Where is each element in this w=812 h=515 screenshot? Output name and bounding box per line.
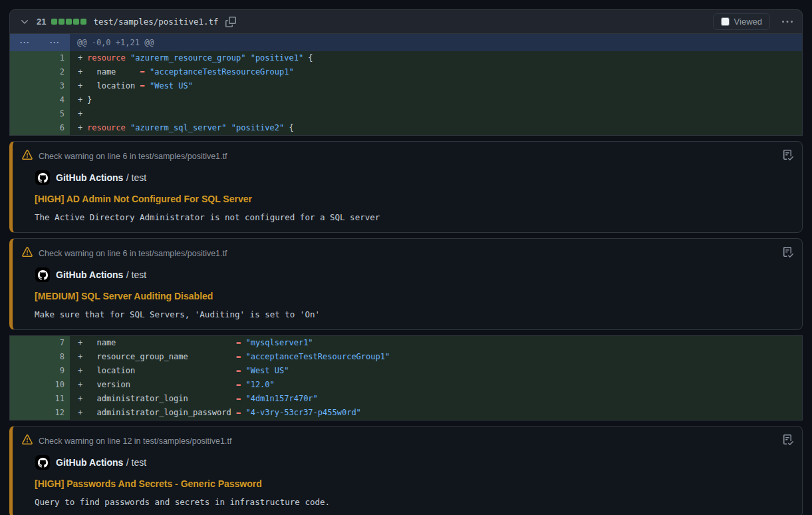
diff-line: 2 + name = "acceptanceTestResourceGroup1… — [10, 65, 802, 79]
old-line-number-cell[interactable] — [10, 107, 40, 121]
code-content: name = "mysqlserver1" — [87, 338, 313, 347]
diff-line: 11 + administrator_login = "4dm1n157r470… — [10, 392, 802, 406]
alert-triangle-icon — [22, 434, 33, 448]
new-line-number[interactable]: 4 — [40, 93, 70, 107]
file-name-link[interactable]: test/samples/positive1.tf — [93, 17, 218, 27]
changed-lines-count: 21 — [37, 17, 46, 27]
annotation-message: The Active Directory Administrator is no… — [35, 212, 791, 222]
old-line-number-cell[interactable] — [10, 51, 40, 65]
expand-diff-button[interactable]: ··· — [10, 34, 40, 51]
code-token — [245, 53, 250, 63]
annotation-app-row: GitHub Actions / test — [35, 267, 791, 282]
diffstat-square — [66, 19, 72, 25]
code-cell: + location = "West US" — [70, 79, 802, 93]
old-line-number-cell[interactable] — [10, 378, 40, 392]
new-line-number[interactable]: 6 — [40, 121, 70, 135]
code-token: administrator_login — [87, 394, 236, 403]
annotation-app-suffix: / test — [126, 172, 146, 183]
code-token: "positive2" — [231, 123, 284, 132]
old-line-number-cell[interactable] — [10, 392, 40, 406]
viewed-toggle-button[interactable]: Viewed — [713, 13, 770, 30]
new-line-number[interactable]: 8 — [40, 350, 70, 364]
annotation-header: Check warning on line 12 in test/samples… — [22, 434, 791, 448]
copy-icon — [225, 17, 236, 27]
annotation-app-suffix: / test — [126, 269, 146, 280]
code-token: "12.0" — [245, 380, 274, 389]
new-line-number[interactable]: 11 — [40, 392, 70, 406]
diff-sign: + — [78, 107, 87, 121]
diff-code-section: 7 + name = "mysqlserver1" 8 + resource_g… — [9, 335, 803, 421]
code-content: administrator_login = "4dm1n157r470r" — [87, 394, 318, 403]
code-cell: + location = "West US" — [70, 364, 802, 378]
code-token: "4-v3ry-53cr37-p455w0rd" — [245, 408, 360, 417]
code-content: resource "azurerm_sql_server" "positive2… — [87, 123, 294, 132]
new-line-number[interactable]: 1 — [40, 51, 70, 65]
diff-sign: + — [78, 51, 87, 65]
code-token: name — [87, 67, 140, 77]
collapse-file-button[interactable] — [18, 15, 31, 29]
old-line-number-cell[interactable] — [10, 79, 40, 93]
github-mark-icon — [35, 455, 50, 470]
old-line-number-cell[interactable] — [10, 364, 40, 378]
expand-diff-button[interactable]: ··· — [40, 34, 70, 51]
code-cell: + resource_group_name = "acceptanceTestR… — [70, 350, 802, 364]
code-token: "azurerm_sql_server" — [130, 123, 227, 132]
code-token — [145, 81, 150, 90]
diffstat-square — [73, 19, 79, 25]
code-cell: + administrator_login = "4dm1n157r470r" — [70, 392, 802, 406]
diffstat-square — [51, 19, 57, 25]
code-content: administrator_login_password = "4-v3ry-5… — [87, 408, 361, 417]
code-content: version = "12.0" — [87, 380, 275, 389]
code-cell: + name = "mysqlserver1" — [70, 336, 802, 350]
annotation-checks-button[interactable] — [781, 148, 795, 162]
diff-code-section: ··· ··· @@ -0,0 +1,21 @@ 1 +resource "az… — [9, 34, 803, 136]
diffstat-square — [80, 19, 86, 25]
code-token: "4dm1n157r470r" — [245, 394, 317, 403]
diff-line: 5 + — [10, 107, 802, 121]
new-line-number[interactable]: 7 — [40, 336, 70, 350]
code-token — [126, 123, 130, 132]
code-token: resource — [87, 123, 126, 132]
code-token — [126, 53, 130, 63]
annotation-checks-button[interactable] — [781, 433, 795, 446]
code-token: resource_group_name — [87, 352, 236, 361]
diff-sections: ··· ··· @@ -0,0 +1,21 @@ 1 +resource "az… — [9, 34, 803, 515]
new-line-number[interactable]: 3 — [40, 79, 70, 93]
new-line-number[interactable]: 9 — [40, 364, 70, 378]
diff-line: 3 + location = "West US" — [10, 79, 802, 93]
file-options-button[interactable] — [781, 15, 794, 29]
code-token: name — [87, 338, 236, 347]
hunk-gutter-old: ··· — [10, 34, 40, 51]
copy-path-button[interactable] — [224, 15, 237, 29]
old-line-number-cell[interactable] — [10, 65, 40, 79]
diff-sign: + — [78, 350, 87, 364]
old-line-number-cell[interactable] — [10, 336, 40, 350]
old-line-number-cell[interactable] — [10, 350, 40, 364]
code-token — [145, 67, 150, 77]
annotation-app-suffix: / test — [126, 457, 146, 468]
old-line-number-cell[interactable] — [10, 406, 40, 420]
code-token: = — [140, 67, 144, 77]
old-line-number-cell[interactable] — [10, 93, 40, 107]
code-token — [227, 123, 231, 132]
diffstat-square — [59, 19, 65, 25]
annotation-app-row: GitHub Actions / test — [35, 170, 791, 185]
annotation-title: [HIGH] Passwords And Secrets - Generic P… — [35, 478, 791, 489]
new-line-number[interactable]: 5 — [40, 107, 70, 121]
code-cell: + name = "acceptanceTestResourceGroup1" — [70, 65, 802, 79]
code-token: "positive1" — [251, 53, 303, 63]
annotation-checks-button[interactable] — [781, 246, 795, 259]
hunk-text: @@ -0,0 +1,21 @@ — [70, 34, 802, 51]
diff-line: 12 + administrator_login_password = "4-v… — [10, 406, 802, 420]
code-rows: 1 +resource "azurerm_resource_group" "po… — [10, 51, 802, 135]
viewed-label: Viewed — [734, 17, 762, 27]
diff-sign: + — [78, 79, 87, 93]
new-line-number[interactable]: 2 — [40, 65, 70, 79]
old-line-number-cell[interactable] — [10, 121, 40, 135]
code-token: location — [87, 366, 236, 375]
code-cell: +} — [70, 93, 802, 107]
new-line-number[interactable]: 12 — [40, 406, 70, 420]
diff-sign: + — [78, 378, 87, 392]
new-line-number[interactable]: 10 — [40, 378, 70, 392]
viewed-checkbox[interactable] — [721, 17, 730, 26]
